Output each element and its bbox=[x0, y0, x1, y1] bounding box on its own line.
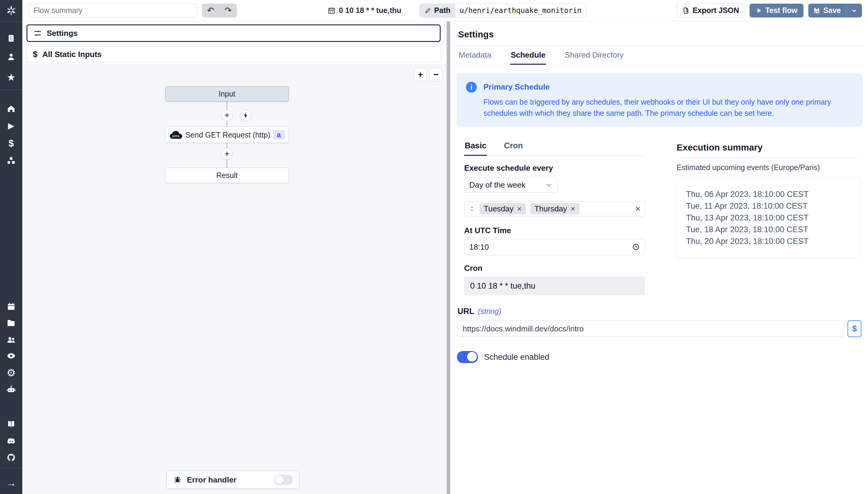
docs-book-icon[interactable] bbox=[0, 418, 22, 430]
plus-icon: + bbox=[418, 69, 423, 80]
tab-shared-directory[interactable]: Shared Directory bbox=[564, 46, 624, 64]
home-icon[interactable] bbox=[0, 103, 22, 114]
zoom-out-button[interactable]: − bbox=[430, 68, 443, 81]
redo-button[interactable]: ↷ bbox=[219, 4, 237, 18]
svg-text:HTTP: HTTP bbox=[172, 135, 180, 138]
flow-settings-bar[interactable]: Settings bbox=[26, 24, 441, 42]
user-icon[interactable] bbox=[0, 51, 22, 62]
zoom-in-button[interactable]: + bbox=[414, 68, 427, 81]
test-flow-button[interactable]: Test flow bbox=[750, 4, 803, 18]
panel-splitter[interactable] bbox=[447, 21, 450, 494]
path-editor[interactable]: Path u/henri/earthquake_monitorin bbox=[419, 4, 586, 18]
clock-icon[interactable] bbox=[632, 243, 640, 251]
frequency-select[interactable]: Day of the week bbox=[464, 177, 557, 193]
tab-basic[interactable]: Basic bbox=[464, 139, 487, 156]
folders-icon[interactable] bbox=[0, 317, 22, 329]
tab-schedule[interactable]: Schedule bbox=[510, 46, 546, 65]
favorites-star-icon[interactable]: ★ bbox=[0, 72, 22, 83]
plus-icon: + bbox=[224, 149, 229, 159]
groups-users-icon[interactable] bbox=[0, 334, 22, 346]
workspace-building-icon[interactable] bbox=[0, 33, 22, 44]
url-label: URL (string) bbox=[457, 307, 863, 316]
windmill-logo-icon bbox=[6, 5, 17, 16]
execution-summary-title: Execution summary bbox=[677, 139, 861, 153]
remove-chip-icon[interactable]: × bbox=[517, 205, 522, 213]
discord-icon[interactable] bbox=[0, 435, 22, 446]
insert-step-button-2[interactable]: + bbox=[221, 148, 233, 159]
node-error-handler[interactable]: Error handler bbox=[167, 471, 299, 489]
calendar-icon bbox=[328, 7, 335, 15]
flow-summary-input[interactable] bbox=[28, 4, 197, 18]
canvas-zoom-controls: + − bbox=[414, 68, 443, 81]
variables-dollar-icon[interactable]: $ bbox=[0, 137, 22, 149]
insert-variable-button[interactable]: $ bbox=[848, 320, 861, 337]
undo-redo-group: ↶ ↷ bbox=[202, 4, 237, 18]
utc-time-input[interactable] bbox=[469, 243, 632, 252]
audit-eye-icon[interactable] bbox=[0, 350, 22, 362]
save-label: Save bbox=[823, 6, 841, 15]
weekday-multiselect[interactable]: Tuesday × Thursday × × bbox=[464, 201, 645, 216]
save-button[interactable]: Save bbox=[808, 4, 846, 18]
export-json-button[interactable]: Export JSON bbox=[677, 4, 745, 18]
chip-label: Thursday bbox=[534, 204, 567, 213]
node-input[interactable]: Input bbox=[165, 86, 289, 102]
resources-boxes-icon[interactable] bbox=[0, 155, 22, 167]
node-result[interactable]: Result bbox=[165, 168, 289, 183]
url-type-hint: (string) bbox=[478, 307, 501, 316]
primary-schedule-info-box: i Primary Schedule Flows can be triggere… bbox=[457, 73, 863, 127]
schedule-enabled-toggle[interactable] bbox=[457, 351, 478, 363]
workers-robot-icon[interactable] bbox=[0, 384, 22, 395]
flow-graph-panel: Settings $ All Static Inputs + − Input +… bbox=[22, 21, 447, 494]
play-icon bbox=[755, 7, 762, 14]
path-value: u/henri/earthquake_monitorin bbox=[455, 4, 586, 17]
trigger-bolt-button[interactable] bbox=[240, 110, 251, 121]
windmill-logo[interactable] bbox=[0, 5, 22, 16]
cron-label: Cron bbox=[464, 264, 645, 273]
github-icon[interactable] bbox=[0, 452, 22, 463]
export-json-label: Export JSON bbox=[693, 6, 739, 15]
execute-every-label: Execute schedule every bbox=[464, 164, 645, 173]
save-more-button[interactable] bbox=[846, 4, 862, 18]
minus-icon: − bbox=[433, 69, 439, 80]
dollar-icon: $ bbox=[33, 50, 38, 59]
url-section: URL (string) $ bbox=[457, 307, 863, 337]
all-static-inputs-bar[interactable]: $ All Static Inputs bbox=[26, 46, 441, 62]
flow-settings-bar-label: Settings bbox=[47, 28, 78, 38]
undo-icon: ↶ bbox=[207, 5, 214, 15]
node-send-get-request[interactable]: HTTP Send GET Request (http) a bbox=[165, 127, 289, 143]
path-label: Path bbox=[434, 6, 451, 15]
info-title: Primary Schedule bbox=[484, 82, 853, 92]
app-sidebar: ★ ▶ $ ⚙ → bbox=[0, 0, 22, 494]
cron-preview-text: 0 10 18 * * tue,thu bbox=[339, 6, 401, 15]
node-step-label: Send GET Request (http) bbox=[183, 131, 273, 139]
chip-label: Tuesday bbox=[484, 204, 514, 213]
runs-play-icon[interactable]: ▶ bbox=[0, 120, 22, 132]
settings-panel-title: Settings bbox=[457, 21, 863, 46]
node-input-label: Input bbox=[218, 90, 235, 98]
sort-handle-icon bbox=[469, 205, 475, 212]
upcoming-events-list: Thu, 06 Apr 2023, 18:10:00 CEST Tue, 11 … bbox=[677, 177, 861, 259]
undo-button[interactable]: ↶ bbox=[202, 4, 219, 18]
schedule-mode-tabs: Basic Cron bbox=[464, 139, 645, 156]
tab-metadata[interactable]: Metadata bbox=[458, 46, 492, 64]
execution-summary: Execution summary Estimated upcoming eve… bbox=[677, 139, 861, 295]
error-handler-label: Error handler bbox=[187, 475, 237, 484]
clear-all-icon[interactable]: × bbox=[635, 204, 640, 213]
info-body: Flows can be triggered by any schedules,… bbox=[484, 96, 853, 119]
chevron-down-icon bbox=[545, 181, 552, 189]
insert-step-button-1[interactable]: + bbox=[221, 110, 233, 121]
cron-readonly-field: 0 10 18 * * tue,thu bbox=[464, 277, 645, 295]
utc-time-label: At UTC Time bbox=[464, 226, 645, 235]
cron-preview-badge[interactable]: 0 10 18 * * tue,thu bbox=[328, 6, 401, 15]
plus-icon: + bbox=[224, 110, 229, 120]
remove-chip-icon[interactable]: × bbox=[571, 205, 575, 213]
save-icon bbox=[813, 7, 821, 14]
settings-gear-icon[interactable]: ⚙ bbox=[0, 367, 22, 379]
tab-cron[interactable]: Cron bbox=[503, 139, 524, 155]
error-handler-toggle[interactable] bbox=[274, 475, 293, 485]
path-pill: Path bbox=[420, 4, 455, 17]
schedules-calendar-icon[interactable] bbox=[0, 301, 22, 312]
url-input[interactable] bbox=[457, 321, 845, 337]
collapse-arrow-right-icon[interactable]: → bbox=[0, 477, 22, 489]
redo-icon: ↷ bbox=[224, 5, 232, 15]
